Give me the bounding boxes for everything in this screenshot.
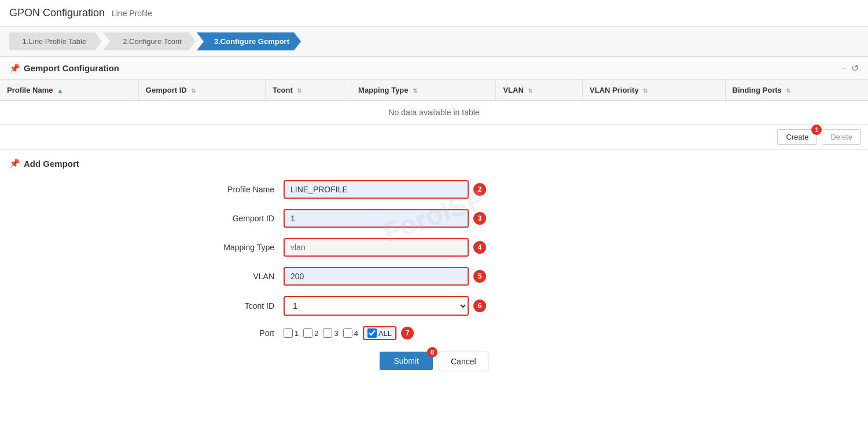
col-tcont[interactable]: Tcont ⇅ <box>266 80 351 101</box>
port-1-checkbox[interactable] <box>284 328 293 338</box>
gemport-id-badge: 3 <box>473 212 486 225</box>
port-all-label: ALL <box>378 329 392 338</box>
mapping-type-wrap: 4 <box>284 238 665 257</box>
port-2-label: 2 <box>314 329 318 338</box>
step-1[interactable]: 1.Line Profile Table <box>9 32 102 50</box>
profile-name-badge: 2 <box>473 183 486 196</box>
col-profile-name[interactable]: Profile Name ▲ <box>0 80 138 101</box>
profile-name-wrap: 2 <box>284 180 665 199</box>
sort-icon-profile: ▲ <box>57 87 63 94</box>
sort-icon-vlan: ⇅ <box>528 87 532 94</box>
col-binding-ports[interactable]: Binding Ports ⇅ <box>725 80 868 101</box>
vlan-row: VLAN 5 <box>203 267 665 286</box>
port-label: Port <box>203 328 284 338</box>
port-all-item: ALL <box>363 326 396 340</box>
page-title: GPON Configuration <box>9 7 105 19</box>
section-actions: − ↺ <box>841 63 859 74</box>
port-1-item: 1 <box>284 328 299 338</box>
no-data-row: No data available in table <box>0 101 868 125</box>
create-btn-wrapper: Create 1 <box>777 129 817 145</box>
port-row: Port 1 2 3 <box>203 326 665 340</box>
page-subtitle: Line Profile <box>112 9 152 18</box>
port-4-item: 4 <box>343 328 358 338</box>
profile-name-row: Profile Name 2 <box>203 180 665 199</box>
table-actions: Create 1 Delete <box>0 125 868 149</box>
step-3[interactable]: 3.Configure Gemport <box>197 32 301 50</box>
gemport-id-label: Gemport ID <box>203 214 284 223</box>
add-section-title: 📌 Add Gemport <box>9 158 859 169</box>
port-all-checkbox[interactable] <box>367 328 377 338</box>
table-header-row: Profile Name ▲ Gemport ID ⇅ Tcont ⇅ Mapp… <box>0 80 868 101</box>
add-pin-icon: 📌 <box>9 158 20 169</box>
mapping-type-input[interactable] <box>284 238 469 257</box>
sort-icon-vlan-priority: ⇅ <box>643 87 648 94</box>
minimize-button[interactable]: − <box>841 63 847 74</box>
mapping-type-label: Mapping Type <box>203 243 284 252</box>
col-vlan[interactable]: VLAN ⇅ <box>496 80 583 101</box>
sort-icon-binding: ⇅ <box>786 87 790 94</box>
profile-name-input[interactable] <box>284 180 469 199</box>
tcont-id-label: Tcont ID <box>203 301 284 311</box>
submit-badge: 8 <box>427 347 437 357</box>
sort-icon-gemport: ⇅ <box>191 87 196 94</box>
col-gemport-id[interactable]: Gemport ID ⇅ <box>138 80 265 101</box>
port-2-checkbox[interactable] <box>303 328 312 338</box>
port-3-checkbox[interactable] <box>323 328 332 338</box>
gemport-table: Profile Name ▲ Gemport ID ⇅ Tcont ⇅ Mapp… <box>0 80 868 124</box>
gemport-id-wrap: 3 <box>284 209 665 228</box>
port-4-label: 4 <box>354 329 358 338</box>
gemport-id-input[interactable] <box>284 209 469 228</box>
refresh-button[interactable]: ↺ <box>851 63 859 74</box>
page-header: GPON Configuration Line Profile <box>0 0 868 27</box>
port-4-checkbox[interactable] <box>343 328 352 338</box>
gemport-table-container: Profile Name ▲ Gemport ID ⇅ Tcont ⇅ Mapp… <box>0 80 868 125</box>
vlan-label: VLAN <box>203 272 284 281</box>
tcont-id-row: Tcont ID 1 2 3 4 6 <box>203 296 665 316</box>
gemport-id-row: Gemport ID 3 <box>203 209 665 228</box>
create-badge: 1 <box>811 125 822 135</box>
add-gemport-section: 📌 Add Gemport Profile Name 2 Gemport ID … <box>0 150 868 391</box>
submit-button[interactable]: Submit <box>380 352 433 370</box>
add-gemport-form: Profile Name 2 Gemport ID 3 Mapping Type… <box>203 180 665 340</box>
submit-btn-wrapper: Submit 8 <box>380 352 433 371</box>
profile-name-label: Profile Name <box>203 185 284 194</box>
pin-icon: 📌 <box>9 63 20 74</box>
mapping-type-row: Mapping Type 4 <box>203 238 665 257</box>
port-checkboxes: 1 2 3 4 ALL <box>284 326 396 340</box>
vlan-wrap: 5 <box>284 267 665 286</box>
delete-button[interactable]: Delete <box>822 129 861 145</box>
port-3-label: 3 <box>334 329 338 338</box>
step-2[interactable]: 2.Configure Tcont <box>103 32 196 50</box>
vlan-input[interactable] <box>284 267 469 286</box>
form-actions: Submit 8 Cancel <box>9 352 859 383</box>
port-3-item: 3 <box>323 328 338 338</box>
gemport-section-header: 📌 Gemport Configuration − ↺ <box>0 57 868 80</box>
vlan-badge: 5 <box>473 270 486 283</box>
tcont-id-badge: 6 <box>473 299 486 312</box>
port-1-label: 1 <box>295 329 299 338</box>
port-badge: 7 <box>401 327 414 339</box>
sort-icon-tcont: ⇅ <box>297 87 301 94</box>
stepper: 1.Line Profile Table 2.Configure Tcont 3… <box>0 27 868 57</box>
col-vlan-priority[interactable]: VLAN Priority ⇅ <box>583 80 725 101</box>
port-wrap: 1 2 3 4 ALL <box>284 326 665 340</box>
section-title: 📌 Gemport Configuration <box>9 63 119 74</box>
no-data-cell: No data available in table <box>0 101 868 125</box>
port-2-item: 2 <box>303 328 318 338</box>
cancel-button[interactable]: Cancel <box>439 352 488 371</box>
tcont-id-select[interactable]: 1 2 3 4 <box>284 296 469 316</box>
tcont-id-wrap: 1 2 3 4 6 <box>284 296 665 316</box>
col-mapping-type[interactable]: Mapping Type ⇅ <box>351 80 496 101</box>
mapping-type-badge: 4 <box>473 241 486 254</box>
sort-icon-mapping: ⇅ <box>413 87 417 94</box>
